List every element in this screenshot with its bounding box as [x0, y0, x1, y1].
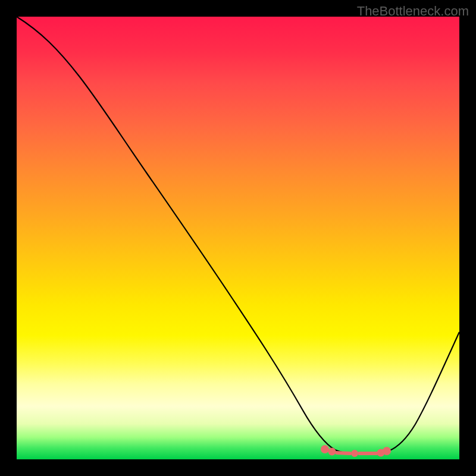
- svg-point-1: [330, 450, 334, 454]
- optimal-range-markers: [322, 447, 389, 455]
- svg-point-3: [353, 452, 356, 455]
- svg-line-2: [337, 453, 350, 453]
- svg-point-0: [322, 447, 327, 452]
- chart-svg: [17, 17, 459, 459]
- svg-point-5: [379, 451, 383, 455]
- chart-plot-area: [17, 17, 459, 459]
- watermark-text: TheBottleneck.com: [357, 4, 469, 19]
- bottleneck-curve-line: [17, 17, 459, 453]
- svg-point-6: [384, 449, 389, 453]
